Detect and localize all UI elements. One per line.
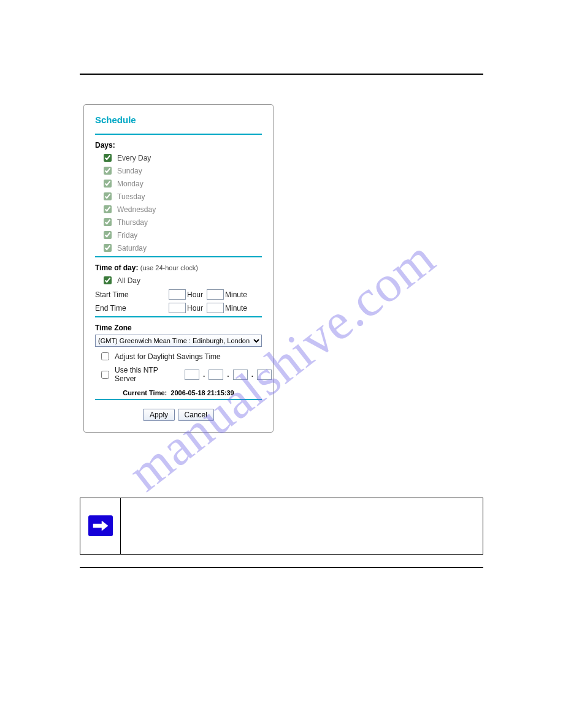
end-hour-input[interactable] bbox=[169, 303, 186, 313]
page-footer: Protecting Your Network 4-9 v1.0, Novemb… bbox=[80, 575, 483, 590]
tuesday-label: Tuesday bbox=[117, 192, 145, 201]
end-time-label: End Time bbox=[95, 304, 169, 313]
tuesday-check[interactable] bbox=[104, 192, 112, 200]
ntp-ip-1[interactable] bbox=[185, 370, 199, 380]
monday-check[interactable] bbox=[104, 180, 112, 188]
sunday-check[interactable] bbox=[104, 167, 112, 175]
everyday-check[interactable] bbox=[104, 154, 112, 162]
tod-label: Time of day: (use 24-hour clock) bbox=[95, 264, 262, 272]
checkbox-monday[interactable]: Monday bbox=[95, 178, 262, 189]
panel-rule-4 bbox=[95, 399, 262, 400]
panel-rule-3 bbox=[95, 316, 262, 317]
ntp-label: Use this NTP Server bbox=[115, 366, 181, 383]
current-time-value: 2006-05-18 21:15:39 bbox=[170, 389, 234, 396]
sunday-label: Sunday bbox=[117, 167, 142, 175]
checkbox-thursday[interactable]: Thursday bbox=[95, 216, 262, 228]
end-hour-unit: Hour bbox=[187, 304, 203, 313]
button-row: Apply Cancel bbox=[95, 409, 262, 421]
end-time-row: End Time Hour Minute bbox=[95, 303, 262, 313]
saturday-check[interactable] bbox=[104, 244, 112, 252]
days-label: Days: bbox=[95, 141, 262, 150]
friday-label: Friday bbox=[117, 231, 137, 240]
allday-check[interactable] bbox=[104, 276, 112, 284]
doc-header: Reference Manual for the RangeMax Wirele… bbox=[80, 61, 483, 70]
checkbox-wednesday[interactable]: Wednesday bbox=[95, 203, 262, 215]
thursday-label: Thursday bbox=[117, 218, 148, 227]
end-minute-unit: Minute bbox=[225, 304, 247, 313]
figure-number: Figure 4-4 bbox=[98, 441, 483, 449]
checkbox-saturday[interactable]: Saturday bbox=[95, 242, 262, 254]
step-3b: Select the Adjust for daylight savings t… bbox=[80, 479, 483, 489]
wednesday-label: Wednesday bbox=[117, 205, 156, 214]
step-3a: Select your time zone. This setting will… bbox=[80, 453, 483, 474]
p1b-1: Select the bbox=[80, 480, 112, 487]
saturday-label: Saturday bbox=[117, 244, 147, 252]
tz-label: Time Zone bbox=[95, 324, 262, 332]
p1b-bold: Adjust for daylight savings time bbox=[112, 480, 214, 487]
current-time-label: Current Time: bbox=[123, 389, 167, 396]
friday-check[interactable] bbox=[104, 231, 112, 239]
panel-rule-1 bbox=[95, 134, 262, 135]
note-box: If your region uses Daylight Savings Tim… bbox=[80, 498, 483, 555]
bottom-rule bbox=[80, 567, 483, 568]
footer-right: 4-9 bbox=[473, 575, 483, 583]
tod-text: Time of day: bbox=[95, 264, 138, 272]
start-minute-input[interactable] bbox=[207, 289, 224, 300]
dst-label: Adjust for Daylight Savings Time bbox=[115, 352, 221, 361]
checkbox-dst[interactable]: Adjust for Daylight Savings Time bbox=[95, 351, 262, 362]
checkbox-allday[interactable]: All Day bbox=[95, 275, 262, 286]
cancel-button[interactable]: Cancel bbox=[178, 409, 214, 421]
start-time-label: Start Time bbox=[95, 290, 169, 299]
monday-label: Monday bbox=[117, 180, 144, 188]
schedule-panel: Schedule Days: Every Day Sunday Monday T… bbox=[83, 104, 274, 433]
panel-title: Schedule bbox=[95, 115, 262, 125]
apply-button[interactable]: Apply bbox=[143, 409, 175, 421]
dot-icon: . bbox=[203, 370, 205, 379]
start-hour-input[interactable] bbox=[169, 289, 186, 300]
footer-version: v1.0, November 2006 bbox=[80, 583, 483, 590]
arrow-icon bbox=[88, 515, 113, 536]
ntp-check[interactable] bbox=[101, 371, 109, 379]
everyday-label: Every Day bbox=[117, 154, 151, 162]
top-rule bbox=[80, 74, 483, 75]
checkbox-everyday[interactable]: Every Day bbox=[95, 152, 262, 164]
p1b-2: check box if your time zone is currently… bbox=[214, 480, 405, 487]
footer-left: Protecting Your Network bbox=[80, 575, 152, 583]
timezone-select[interactable]: (GMT) Greenwich Mean Time : Edinburgh, L… bbox=[95, 335, 262, 347]
panel-rule-2 bbox=[95, 256, 262, 257]
dst-check[interactable] bbox=[101, 352, 109, 360]
note-icon-cell bbox=[80, 498, 121, 555]
ntp-row: Use this NTP Server . . . bbox=[95, 366, 262, 383]
start-minute-unit: Minute bbox=[225, 290, 247, 299]
ntp-ip-4[interactable] bbox=[257, 370, 272, 380]
checkbox-sunday[interactable]: Sunday bbox=[95, 165, 262, 176]
start-time-row: Start Time Hour Minute bbox=[95, 289, 262, 300]
start-hour-unit: Hour bbox=[187, 290, 203, 299]
ntp-ip-2[interactable] bbox=[209, 370, 223, 380]
tod-hint: (use 24-hour clock) bbox=[140, 264, 198, 271]
dot-icon: . bbox=[227, 370, 229, 379]
ntp-ip-3[interactable] bbox=[233, 370, 248, 380]
current-time: Current Time: 2006-05-18 21:15:39 bbox=[95, 389, 262, 396]
wednesday-check[interactable] bbox=[104, 205, 112, 213]
checkbox-friday[interactable]: Friday bbox=[95, 229, 262, 241]
end-minute-input[interactable] bbox=[207, 303, 224, 313]
allday-label: All Day bbox=[117, 276, 140, 285]
checkbox-tuesday[interactable]: Tuesday bbox=[95, 191, 262, 202]
note-text: If your region uses Daylight Savings Tim… bbox=[121, 498, 483, 555]
dot-icon: . bbox=[251, 370, 253, 379]
thursday-check[interactable] bbox=[104, 218, 112, 226]
